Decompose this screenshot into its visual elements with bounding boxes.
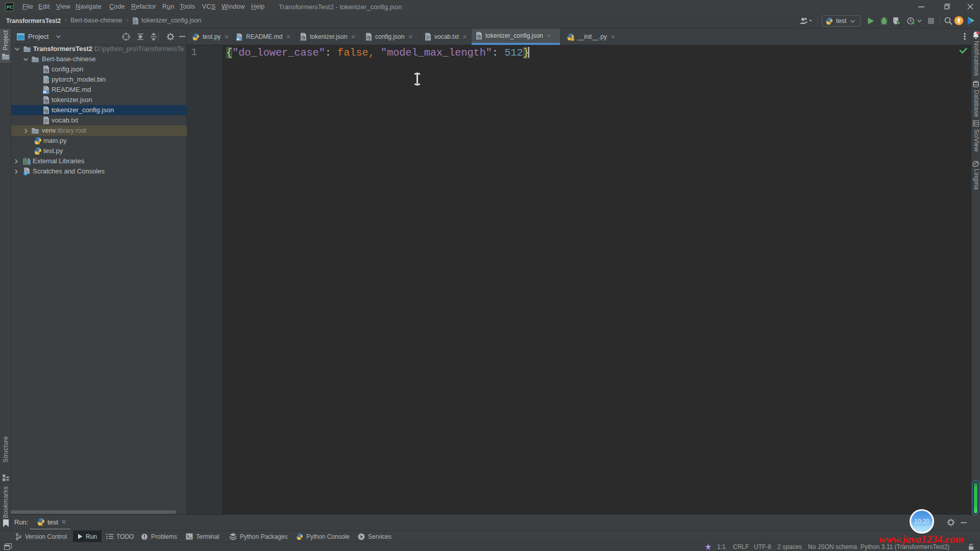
svg-text:PC: PC bbox=[7, 5, 13, 10]
svg-text:10: 10 bbox=[134, 21, 138, 24]
